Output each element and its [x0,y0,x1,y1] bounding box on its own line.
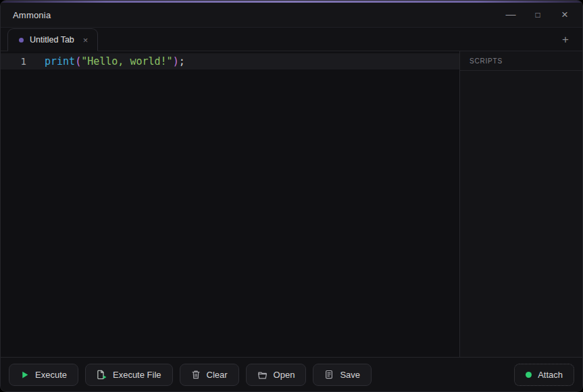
trash-icon [191,370,201,379]
scripts-panel-header: SCRIPTS [460,51,582,71]
close-button[interactable]: × [551,3,578,27]
execute-file-button[interactable]: Execute File [85,364,173,386]
open-folder-icon [257,370,268,380]
window-controls: — □ × [497,3,582,27]
tab-close-icon[interactable]: × [83,36,88,45]
maximize-icon: □ [535,10,540,20]
bottom-toolbar: Execute Execute File Clear [1,357,582,391]
play-icon [20,370,29,379]
attach-button[interactable]: Attach [514,364,574,386]
app-window: Ammonia — □ × Untitled Tab × + 1 [0,0,583,392]
maximize-button[interactable]: □ [524,3,551,27]
clear-button-label: Clear [207,370,228,380]
open-button-label: Open [274,370,295,380]
code-token: print [45,55,75,67]
unsaved-indicator-dot [19,38,24,43]
tab-label: Untitled Tab [30,35,74,45]
save-button[interactable]: Save [313,364,372,386]
execute-button[interactable]: Execute [9,364,78,386]
main-area: 1 print("Hello, world!"); SCRIPTS [1,51,582,357]
attach-button-label: Attach [538,370,563,380]
app-title: Ammonia [13,10,51,20]
code-token: "Hello, world!" [81,55,172,67]
document-icon [324,370,334,379]
status-dot-icon [526,372,532,378]
code-token: ( [75,55,81,67]
close-icon: × [561,8,568,22]
line-number: 1 [1,56,33,67]
new-tab-button[interactable]: + [558,32,573,47]
tab-bar: Untitled Tab × + [1,28,582,51]
code-tokens: print("Hello, world!"); [33,55,185,67]
save-button-label: Save [340,370,360,380]
editor-line[interactable]: 1 print("Hello, world!"); [1,53,459,69]
minimize-button[interactable]: — [497,3,524,27]
minimize-icon: — [506,8,516,20]
execute-file-button-label: Execute File [113,370,161,380]
code-token: ; [179,55,185,67]
code-token: ) [173,55,179,67]
scripts-panel: SCRIPTS [460,51,582,357]
open-button[interactable]: Open [246,364,307,386]
code-editor[interactable]: 1 print("Hello, world!"); [1,51,460,357]
tab-untitled[interactable]: Untitled Tab × [7,28,98,51]
execute-button-label: Execute [35,370,67,380]
plus-icon: + [562,34,569,45]
clear-button[interactable]: Clear [180,364,239,386]
title-bar: Ammonia — □ × [1,3,582,28]
file-play-icon [97,370,107,380]
